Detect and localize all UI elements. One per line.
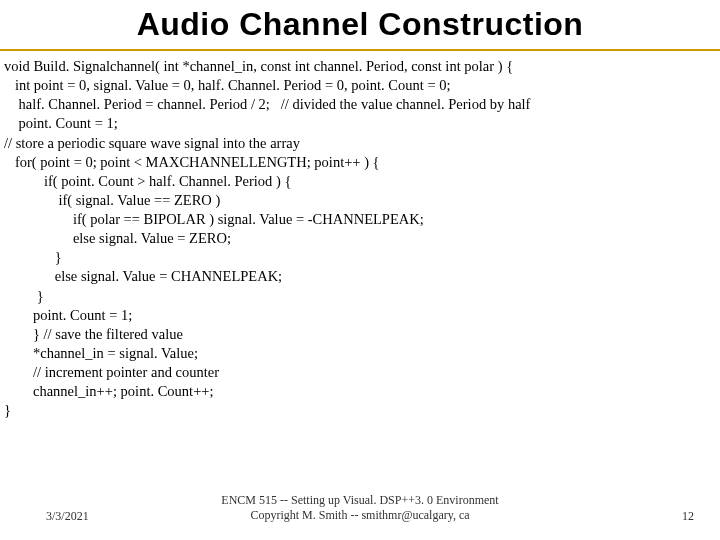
footer-center: ENCM 515 -- Setting up Visual. DSP++3. 0…: [0, 493, 720, 524]
title-rule: [0, 49, 720, 51]
code-line: channel_in++; point. Count++;: [4, 383, 214, 399]
code-line: }: [4, 402, 11, 418]
code-line: // store a periodic square wave signal i…: [4, 135, 300, 151]
code-line: half. Channel. Period = channel. Period …: [4, 96, 530, 112]
footer-page-number: 12: [682, 509, 694, 524]
code-line: // increment pointer and counter: [4, 364, 219, 380]
slide-title: Audio Channel Construction: [0, 6, 720, 43]
code-line: if( polar == BIPOLAR ) signal. Value = -…: [4, 211, 424, 227]
code-block: void Build. Signalchannel( int *channel_…: [0, 57, 720, 420]
code-line: if( point. Count > half. Channel. Period…: [4, 173, 291, 189]
code-line: }: [4, 288, 44, 304]
code-line: point. Count = 1;: [4, 307, 132, 323]
footer-line1: ENCM 515 -- Setting up Visual. DSP++3. 0…: [221, 493, 498, 507]
code-line: void Build. Signalchannel( int *channel_…: [4, 58, 513, 74]
code-line: else signal. Value = ZERO;: [4, 230, 231, 246]
code-line: else signal. Value = CHANNELPEAK;: [4, 268, 282, 284]
code-line: } // save the filtered value: [4, 326, 183, 342]
code-line: if( signal. Value == ZERO ): [4, 192, 220, 208]
footer-line2: Copyright M. Smith -- smithmr@ucalgary, …: [250, 508, 469, 522]
code-line: *channel_in = signal. Value;: [4, 345, 198, 361]
code-line: for( point = 0; point < MAXCHANNELLENGTH…: [4, 154, 380, 170]
code-line: }: [4, 249, 62, 265]
code-line: int point = 0, signal. Value = 0, half. …: [4, 77, 450, 93]
code-line: point. Count = 1;: [4, 115, 118, 131]
